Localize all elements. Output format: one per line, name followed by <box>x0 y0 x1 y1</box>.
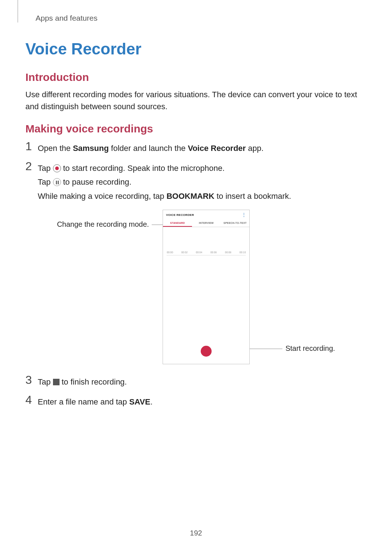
step-3: 3 Tap to finish recording. <box>25 374 367 389</box>
mode-tabs: STANDARD INTERVIEW SPEECH-TO-TEXT <box>163 219 249 227</box>
record-button[interactable] <box>201 346 212 357</box>
breadcrumb: Apps and features <box>36 14 367 22</box>
bold-text: SAVE <box>129 397 150 406</box>
page-title: Voice Recorder <box>25 40 367 58</box>
text: Tap <box>38 177 53 186</box>
tick-label: 00:10 <box>240 251 246 254</box>
callout-leader-line <box>152 225 163 225</box>
step-number: 3 <box>25 374 38 386</box>
text: app. <box>246 144 264 153</box>
bold-text: Voice Recorder <box>188 144 246 153</box>
timeline-axis <box>167 255 246 262</box>
app-header: VOICE RECORDER ⋮ <box>163 210 249 219</box>
steps-list: 1 Open the Samsung folder and launch the… <box>25 140 367 409</box>
timeline-ticks: 00:00 00:02 00:04 00:06 00:08 00:10 <box>163 227 249 254</box>
text: While making a voice recording, tap <box>38 192 167 201</box>
text: to insert a bookmark. <box>215 192 291 201</box>
tab-standard[interactable]: STANDARD <box>163 219 192 227</box>
step-1: 1 Open the Samsung folder and launch the… <box>25 140 367 156</box>
app-title: VOICE RECORDER <box>166 213 194 217</box>
intro-paragraph: Use different recording modes for variou… <box>25 89 367 112</box>
callout-start-recording: Start recording. <box>250 344 335 353</box>
stop-icon <box>53 379 60 385</box>
step-body: Open the Samsung folder and launch the V… <box>38 140 264 156</box>
record-icon <box>53 164 61 172</box>
text: . <box>150 397 152 406</box>
tick-label: 00:08 <box>225 251 232 254</box>
text: folder and launch the <box>109 144 188 153</box>
step-body: Enter a file name and tap SAVE. <box>38 394 152 409</box>
callout-text: Change the recording mode. <box>57 220 149 228</box>
app-screenshot: VOICE RECORDER ⋮ STANDARD INTERVIEW SPEE… <box>163 210 250 364</box>
tab-interview[interactable]: INTERVIEW <box>192 219 221 227</box>
callout-leader-line <box>250 349 282 349</box>
step-4: 4 Enter a file name and tap SAVE. <box>25 394 367 409</box>
text: Tap <box>38 164 53 173</box>
bold-text: BOOKMARK <box>167 192 215 201</box>
step-2: 2 Tap to start recording. Speak into the… <box>25 160 367 204</box>
bold-text: Samsung <box>73 144 109 153</box>
tick-label: 00:06 <box>211 251 217 254</box>
text: Enter a file name and tap <box>38 397 129 406</box>
step-body: Tap to start recording. Speak into the m… <box>38 160 291 204</box>
page-edge-rule <box>17 0 18 22</box>
tick-label: 00:02 <box>181 251 188 254</box>
page-number: 192 <box>0 529 392 537</box>
callout-change-mode: Change the recording mode. <box>57 220 163 229</box>
text: to finish recording. <box>60 377 127 386</box>
tab-speech-to-text[interactable]: SPEECH-TO-TEXT <box>221 219 249 227</box>
text: to pause recording. <box>61 177 131 186</box>
callout-text: Start recording. <box>285 344 335 352</box>
step-body: Tap to finish recording. <box>38 374 127 389</box>
step-number: 2 <box>25 160 38 173</box>
text: Tap <box>38 377 53 386</box>
tick-label: 00:04 <box>196 251 203 254</box>
more-menu-icon[interactable]: ⋮ <box>241 212 246 217</box>
section-heading-making: Making voice recordings <box>25 123 367 135</box>
text: to start recording. Speak into the micro… <box>61 164 225 173</box>
page-content: Apps and features Voice Recorder Introdu… <box>0 0 392 409</box>
pause-icon <box>53 178 61 186</box>
screenshot-figure: Change the recording mode. VOICE RECORDE… <box>25 210 367 364</box>
text: Open the <box>38 144 73 153</box>
section-heading-introduction: Introduction <box>25 71 367 83</box>
tick-label: 00:00 <box>167 251 173 254</box>
step-number: 1 <box>25 140 38 153</box>
step-number: 4 <box>25 394 38 406</box>
